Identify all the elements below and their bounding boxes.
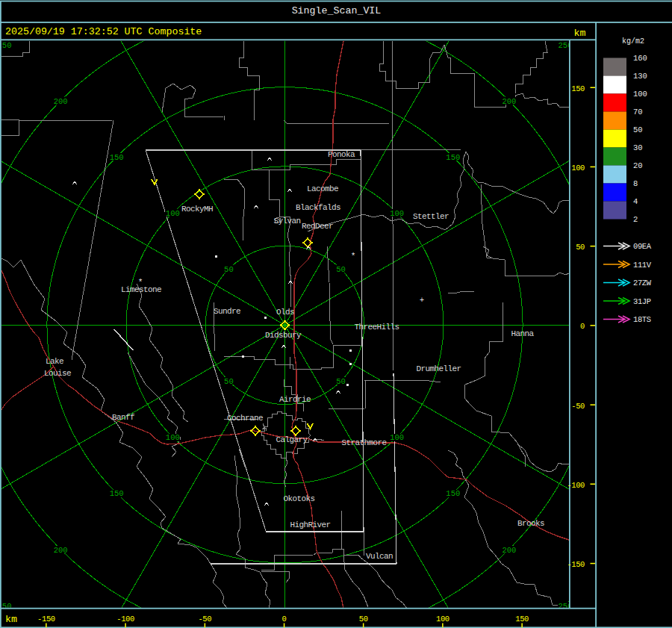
svg-text:130: 130 — [633, 72, 647, 81]
svg-text:Hanna: Hanna — [511, 329, 535, 338]
svg-text:200: 200 — [54, 97, 68, 106]
svg-text:250: 250 — [0, 41, 11, 50]
svg-text:Drumheller: Drumheller — [417, 364, 461, 373]
svg-text:-150: -150 — [567, 560, 585, 569]
svg-text:Limestone: Limestone — [121, 285, 161, 294]
svg-text:50: 50 — [359, 615, 368, 624]
svg-text:-50: -50 — [198, 615, 211, 624]
svg-text:18TS: 18TS — [633, 315, 651, 324]
svg-text:km: km — [574, 28, 586, 39]
svg-text:*: * — [351, 252, 356, 261]
svg-text:100: 100 — [633, 90, 647, 99]
svg-text:70: 70 — [633, 108, 643, 116]
svg-text:160: 160 — [633, 54, 647, 63]
svg-text:Sundre: Sundre — [214, 307, 240, 316]
svg-text:09EA: 09EA — [633, 242, 652, 251]
svg-text:RedDeer: RedDeer — [302, 222, 333, 231]
svg-text:Blackfalds: Blackfalds — [296, 203, 340, 212]
svg-text:50: 50 — [224, 377, 234, 386]
svg-text:150: 150 — [446, 489, 460, 498]
svg-text:50: 50 — [224, 265, 234, 274]
svg-text:200: 200 — [502, 546, 516, 555]
svg-text:20: 20 — [633, 161, 643, 170]
svg-text:Lacombe: Lacombe — [307, 184, 338, 193]
svg-text:kg/m2: kg/m2 — [622, 37, 644, 46]
svg-text:-100: -100 — [116, 615, 134, 624]
svg-text:8: 8 — [633, 179, 638, 188]
svg-text:50: 50 — [576, 243, 585, 252]
svg-text:km: km — [5, 614, 17, 625]
svg-text:-50: -50 — [571, 402, 585, 411]
svg-text:150: 150 — [110, 489, 124, 498]
svg-text:RockyMH: RockyMH — [181, 205, 213, 214]
svg-text:50: 50 — [336, 265, 346, 274]
svg-text:200: 200 — [502, 97, 516, 106]
svg-text:50: 50 — [336, 377, 346, 386]
svg-text:Sylvan: Sylvan — [274, 217, 301, 226]
svg-text:100: 100 — [390, 209, 404, 218]
svg-text:Banff: Banff — [112, 413, 134, 422]
svg-text:Airdrie: Airdrie — [279, 395, 311, 404]
svg-text:150: 150 — [110, 153, 124, 162]
svg-text:Single_Scan_VIL: Single_Scan_VIL — [292, 5, 382, 16]
svg-text:150: 150 — [571, 84, 585, 93]
svg-text:ThreeHills: ThreeHills — [355, 323, 399, 332]
svg-text:Olds: Olds — [276, 308, 294, 317]
svg-text:100: 100 — [166, 209, 180, 218]
svg-text:27ZW: 27ZW — [633, 279, 652, 287]
svg-text:Vulcan: Vulcan — [366, 552, 393, 561]
svg-text:31JP: 31JP — [633, 297, 651, 306]
svg-text:0: 0 — [282, 615, 287, 624]
svg-text:+: + — [420, 296, 424, 305]
svg-text:150: 150 — [446, 153, 460, 162]
svg-text:100: 100 — [390, 433, 404, 442]
svg-text:Stettler: Stettler — [413, 212, 449, 221]
svg-text:-150: -150 — [37, 615, 55, 624]
svg-text:Strathmore: Strathmore — [342, 438, 387, 447]
svg-text:150: 150 — [515, 615, 529, 624]
svg-text:Brooks: Brooks — [517, 519, 544, 528]
svg-text:Okotoks: Okotoks — [284, 494, 315, 503]
svg-text:50: 50 — [633, 125, 643, 134]
svg-text:Louise: Louise — [44, 369, 71, 378]
svg-text:111V: 111V — [633, 261, 652, 270]
svg-text:200: 200 — [54, 546, 68, 555]
svg-text:30: 30 — [633, 143, 643, 152]
svg-text:Ponoka: Ponoka — [328, 150, 355, 159]
svg-text:Cochrane: Cochrane — [227, 414, 263, 423]
svg-text:Lake: Lake — [46, 357, 63, 366]
svg-text:HighRiver: HighRiver — [290, 520, 331, 529]
svg-text:100: 100 — [436, 615, 449, 624]
svg-text:0: 0 — [580, 322, 585, 331]
svg-text:Didsbury: Didsbury — [265, 331, 302, 340]
svg-text:2: 2 — [633, 215, 638, 224]
svg-text:-100: -100 — [567, 481, 585, 490]
svg-text:100: 100 — [166, 433, 180, 442]
svg-text:Calgary: Calgary — [276, 435, 308, 444]
svg-text:4: 4 — [633, 197, 638, 206]
svg-text:2025/09/19 17:32:52 UTC Compos: 2025/09/19 17:32:52 UTC Composite — [5, 26, 202, 37]
svg-text:100: 100 — [571, 164, 585, 172]
